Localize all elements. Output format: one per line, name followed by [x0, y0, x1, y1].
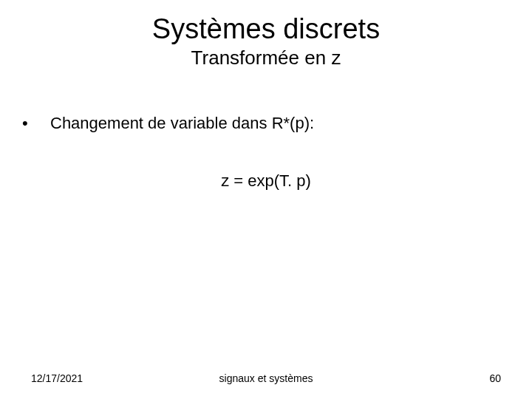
slide-title: Systèmes discrets	[0, 0, 532, 45]
footer-center: signaux et systèmes	[188, 372, 344, 384]
slide-container: Systèmes discrets Transformée en z • Cha…	[0, 0, 532, 399]
footer-page-number: 60	[344, 372, 501, 384]
bullet-item: • Changement de variable dans R*(p):	[22, 114, 510, 133]
slide-subtitle: Transformée en z	[0, 47, 532, 69]
equation-text: z = exp(T. p)	[22, 171, 510, 191]
footer-date: 12/17/2021	[31, 372, 188, 384]
content-area: • Changement de variable dans R*(p): z =…	[0, 114, 532, 191]
slide-footer: 12/17/2021 signaux et systèmes 60	[0, 372, 532, 384]
bullet-text: Changement de variable dans R*(p):	[50, 114, 314, 133]
bullet-marker-icon: •	[22, 114, 50, 133]
